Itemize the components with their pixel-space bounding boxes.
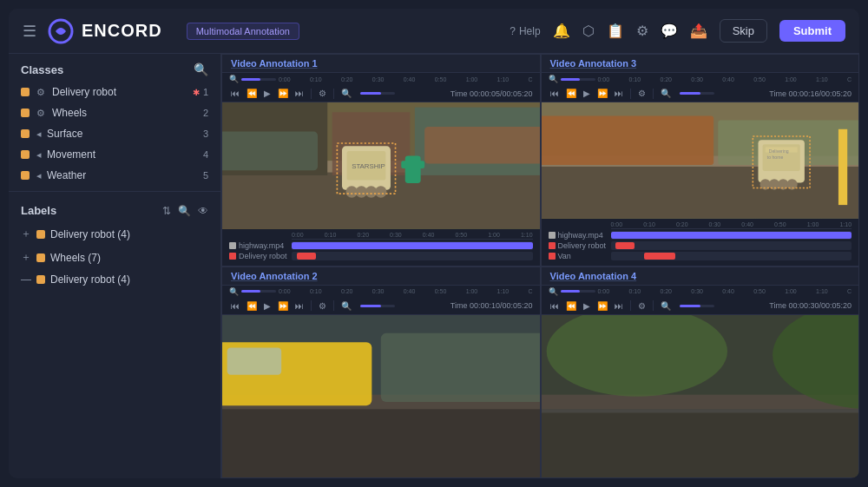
- ctrl-sep-1b: [333, 89, 334, 99]
- next-frame-btn-2[interactable]: ⏩: [276, 300, 290, 312]
- zoom-slider-2[interactable]: [241, 290, 276, 293]
- labels-sort-icon[interactable]: ⇅: [162, 205, 171, 217]
- ctrl-sep-2b: [333, 300, 334, 311]
- labels-search-icon[interactable]: 🔍: [178, 205, 191, 217]
- app-container: ☰ ENCORD Multimodal Annotation ? Help 🔔 …: [9, 9, 859, 478]
- share-icon[interactable]: ⬡: [582, 23, 595, 39]
- help-button[interactable]: ? Help: [510, 25, 540, 37]
- play-end-btn-4[interactable]: ⏭: [613, 300, 625, 312]
- svg-rect-39: [381, 332, 540, 401]
- prev-frame-btn-4[interactable]: ⏪: [564, 300, 578, 312]
- play-btn-2[interactable]: ▶: [262, 300, 273, 312]
- logo-text: ENCORD: [82, 21, 162, 41]
- zoom-icon-1: 🔍: [229, 75, 239, 83]
- label-item-2[interactable]: ＋ Wheels (7): [9, 246, 220, 269]
- zoom-slider-1[interactable]: [241, 78, 276, 81]
- labels-title: Labels: [21, 204, 56, 217]
- ctrl-sep-4b: [653, 300, 654, 311]
- play-start-btn-2[interactable]: ⏮: [229, 300, 241, 312]
- bottom-ruler-1: 0:00 0:10 0:20 0:30 0:40 0:50 1:00 1:10: [229, 232, 533, 240]
- svg-rect-22: [542, 115, 713, 164]
- video-panel-3-header: Video Annotation 3: [542, 55, 859, 73]
- play-end-btn-1[interactable]: ⏭: [293, 88, 306, 99]
- class-item-delivery-robot[interactable]: ⚙ Delivery robot ✱ 1: [9, 82, 220, 102]
- next-frame-btn-3[interactable]: ⏩: [595, 88, 609, 99]
- notification-icon[interactable]: 🔔: [553, 23, 570, 39]
- svg-rect-15: [401, 161, 424, 168]
- track-area-robot-1: [292, 252, 533, 260]
- class-tool-icon-2: ⚙: [36, 108, 45, 119]
- class-item-surface[interactable]: ◂ Surface 3: [9, 123, 220, 144]
- class-tool-icon-1: ⚙: [36, 87, 45, 98]
- document-icon[interactable]: 📋: [607, 23, 624, 39]
- skip-button[interactable]: Skip: [720, 19, 767, 43]
- label-text-3: Delivery robot (4): [50, 273, 130, 286]
- submit-button[interactable]: Submit: [779, 20, 845, 42]
- class-name-3: Surface: [47, 128, 203, 140]
- track-label-van-3: Van: [549, 252, 611, 260]
- zoom-slider-4[interactable]: [561, 290, 595, 293]
- zoom-out-btn-2[interactable]: 🔍: [339, 300, 353, 312]
- class-color-wheels: [21, 109, 30, 117]
- labels-view-icon[interactable]: 👁: [198, 205, 208, 217]
- play-end-btn-3[interactable]: ⏭: [613, 88, 625, 99]
- class-num-3: 3: [203, 128, 208, 139]
- settings-btn-1[interactable]: ⚙: [317, 88, 328, 99]
- class-item-wheels[interactable]: ⚙ Wheels 2: [9, 102, 220, 123]
- next-frame-btn-1[interactable]: ⏩: [276, 88, 290, 99]
- zoom-out-btn-3[interactable]: 🔍: [659, 88, 673, 99]
- label-item-1[interactable]: ＋ Delivery robot (4): [9, 222, 220, 246]
- zoom-slider-3[interactable]: [561, 78, 595, 81]
- svg-text:STARSHIP: STARSHIP: [352, 162, 385, 170]
- class-color-movement: [21, 150, 30, 159]
- prev-frame-btn-1[interactable]: ⏪: [245, 88, 259, 99]
- video-panel-3: Video Annotation 3 🔍 0:00 0:10 0:20 0:30…: [541, 54, 860, 267]
- volume-slider-3[interactable]: [680, 92, 714, 95]
- video-panel-4: Video Annotation 4 🔍 0:00 0:10 0:20 0:30…: [541, 267, 860, 479]
- volume-slider-4[interactable]: [680, 305, 714, 307]
- ctrl-sep-3b: [653, 89, 654, 99]
- video-title-4[interactable]: Video Annotation 4: [550, 271, 637, 281]
- zoom-out-btn-1[interactable]: 🔍: [339, 88, 353, 99]
- track-label-highway-3: highway.mp4: [549, 231, 611, 240]
- video-4-timeline-top: 🔍 0:00 0:10 0:20 0:30 0:40 0:50 1:00 1:1…: [542, 286, 859, 298]
- label-color-1: [36, 230, 45, 239]
- play-start-btn-1[interactable]: ⏮: [229, 88, 241, 99]
- prev-frame-btn-3[interactable]: ⏪: [564, 88, 578, 99]
- top-bar: ☰ ENCORD Multimodal Annotation ? Help 🔔 …: [9, 9, 859, 54]
- prev-frame-btn-2[interactable]: ⏪: [245, 300, 259, 312]
- track-area-highway-1: [292, 241, 533, 250]
- class-item-weather[interactable]: ◂ Weather 5: [9, 165, 220, 186]
- chat-icon[interactable]: 💬: [661, 23, 678, 39]
- settings-btn-2[interactable]: ⚙: [317, 300, 328, 312]
- volume-slider-1[interactable]: [360, 92, 395, 95]
- hamburger-icon[interactable]: ☰: [23, 22, 36, 41]
- video-title-2[interactable]: Video Annotation 2: [231, 271, 318, 281]
- video-title-1[interactable]: Video Annotation 1: [231, 58, 318, 69]
- zoom-out-btn-4[interactable]: 🔍: [659, 300, 673, 312]
- class-item-movement[interactable]: ◂ Movement 4: [9, 144, 220, 165]
- video-thumb-3: Delivering to home: [542, 102, 859, 219]
- play-end-btn-2[interactable]: ⏭: [293, 300, 306, 312]
- video-title-3[interactable]: Video Annotation 3: [550, 58, 637, 69]
- settings-btn-3[interactable]: ⚙: [636, 88, 648, 99]
- export-icon[interactable]: 📤: [690, 23, 707, 39]
- label-item-3[interactable]: — Delivery robot (4): [9, 269, 220, 290]
- next-frame-btn-4[interactable]: ⏩: [595, 300, 609, 312]
- play-btn-4[interactable]: ▶: [582, 300, 592, 312]
- volume-slider-2[interactable]: [360, 305, 395, 307]
- play-start-btn-3[interactable]: ⏮: [549, 88, 561, 99]
- video-4-controls: ⏮ ⏪ ▶ ⏩ ⏭ ⚙ 🔍 Time 00:00:30/00:05:20: [542, 298, 859, 315]
- settings-icon[interactable]: ⚙: [636, 23, 648, 39]
- video-1-timeline-bottom: 0:00 0:10 0:20 0:30 0:40 0:50 1:00 1:10: [222, 229, 540, 266]
- settings-btn-4[interactable]: ⚙: [636, 300, 648, 312]
- play-btn-3[interactable]: ▶: [582, 88, 592, 99]
- classes-search-icon[interactable]: 🔍: [194, 63, 208, 76]
- ticks-2: 0:00 0:10 0:20 0:30 0:40 0:50 1:00 1:10 …: [279, 288, 533, 294]
- play-btn-1[interactable]: ▶: [262, 88, 273, 99]
- track-highway-1: highway.mp4: [229, 241, 533, 250]
- encord-logo-icon: [47, 17, 75, 45]
- svg-rect-33: [838, 129, 846, 205]
- time-display-4: Time 00:00:30/00:05:20: [769, 301, 852, 310]
- play-start-btn-4[interactable]: ⏮: [549, 300, 561, 312]
